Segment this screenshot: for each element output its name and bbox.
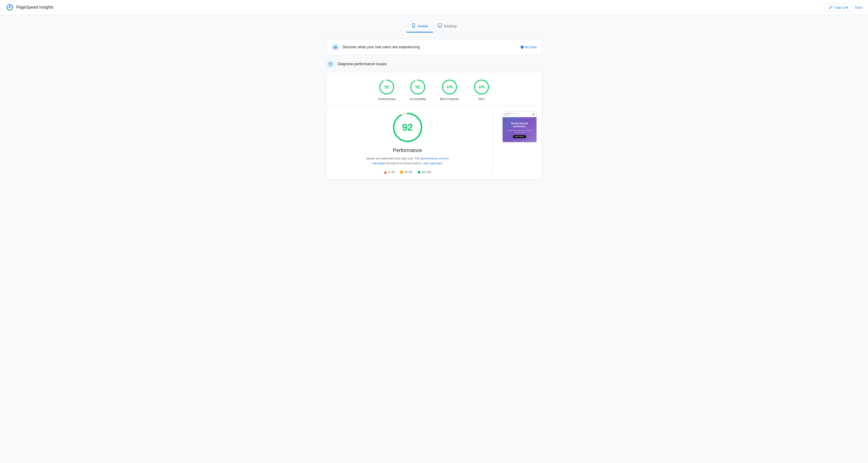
tab-desktop[interactable]: Desktop (433, 21, 461, 32)
link-icon (829, 6, 833, 9)
legend-good: 90–100 (418, 171, 431, 174)
header-left: PageSpeed Insights (6, 3, 54, 11)
real-users-icon-circle (331, 43, 340, 51)
accessibility-label: Accessibility (409, 97, 426, 101)
legend-poor: 0–49 (384, 171, 395, 174)
pagespeed-logo-icon (6, 3, 14, 11)
seo-label: SEO (478, 97, 485, 101)
screenshot-header: INTERSTELLAR DESIGN (503, 111, 536, 117)
copy-link-button[interactable]: Copy Link (825, 3, 852, 11)
diagnose-icon-circle (327, 60, 335, 68)
screenshot-area: INTERSTELLAR DESIGN Design beyond bounda… (502, 111, 537, 142)
hero-cta-button[interactable]: WHAT WE DO (513, 135, 526, 138)
screenshot-card: INTERSTELLAR DESIGN Design beyond bounda… (502, 111, 537, 142)
scores-card: 92 Performance 92 Accessibility 100 Best… (327, 72, 541, 180)
main-content: Mobile Desktop Discover what your real u… (323, 15, 545, 185)
mobile-icon (411, 23, 416, 29)
legend-poor-icon (384, 171, 387, 174)
no-data-link[interactable]: No Data (520, 45, 537, 49)
header: PageSpeed Insights Copy Link Docs (0, 0, 868, 15)
tab-mobile[interactable]: Mobile (407, 21, 433, 32)
seo-circle: 100 (473, 79, 490, 95)
hero-sub: Crafting stellar designs while you navig… (505, 130, 534, 133)
real-users-title: Discover what your real users are experi… (342, 45, 420, 49)
performance-label: Performance (378, 97, 395, 101)
detail-title: Performance (393, 147, 422, 153)
docs-link[interactable]: Docs (855, 6, 862, 9)
accessibility-circle: 92 (409, 79, 426, 95)
big-score-circle: 92 (391, 111, 424, 144)
accessibility-score-value: 92 (415, 85, 420, 90)
seo-score-value: 100 (478, 85, 485, 89)
screenshot-logo: INTERSTELLAR DESIGN (504, 113, 516, 116)
hero-headline: Design beyond boundaries. (505, 122, 534, 128)
detail-left: 92 Performance Values are estimated and … (331, 111, 484, 174)
calculator-link[interactable]: See calculator. (423, 162, 443, 165)
legend-average: 50–89 (400, 171, 412, 174)
device-tabs: Mobile Desktop (327, 21, 541, 32)
big-score-value: 92 (402, 122, 413, 133)
hamburger-icon (532, 114, 535, 115)
svg-point-3 (413, 26, 414, 27)
scores-row: 92 Performance 92 Accessibility 100 Best… (327, 72, 541, 106)
best-practices-circle: 100 (441, 79, 458, 95)
info-icon (520, 45, 524, 49)
svg-rect-4 (438, 24, 442, 27)
legend-good-icon (418, 171, 421, 174)
performance-circle: 92 (378, 79, 395, 95)
legend-row: 0–49 50–89 90–100 (384, 171, 431, 174)
screenshot-hero: Design beyond boundaries. Crafting stell… (503, 117, 536, 142)
score-best-practices[interactable]: 100 Best Practices (440, 79, 459, 101)
real-users-section: Discover what your real users are experi… (327, 39, 541, 55)
legend-average-icon (400, 171, 403, 174)
users-icon (333, 45, 338, 50)
header-right: Copy Link Docs (825, 3, 862, 11)
performance-score-value: 92 (384, 85, 389, 90)
detail-section: 92 Performance Values are estimated and … (327, 106, 541, 179)
detail-description: Values are estimated and may vary. The p… (364, 156, 452, 166)
score-accessibility[interactable]: 92 Accessibility (409, 79, 426, 101)
score-performance[interactable]: 92 Performance (378, 79, 395, 101)
gauge-icon (328, 62, 333, 66)
best-practices-score-value: 100 (446, 85, 453, 89)
diagnose-header: Diagnose performance issues (327, 60, 541, 68)
real-users-left: Discover what your real users are experi… (331, 43, 420, 51)
score-seo[interactable]: 100 SEO (473, 79, 490, 101)
best-practices-label: Best Practices (440, 97, 459, 101)
diagnose-title: Diagnose performance issues (338, 62, 387, 66)
app-title: PageSpeed Insights (16, 5, 54, 10)
desktop-icon (437, 23, 442, 29)
